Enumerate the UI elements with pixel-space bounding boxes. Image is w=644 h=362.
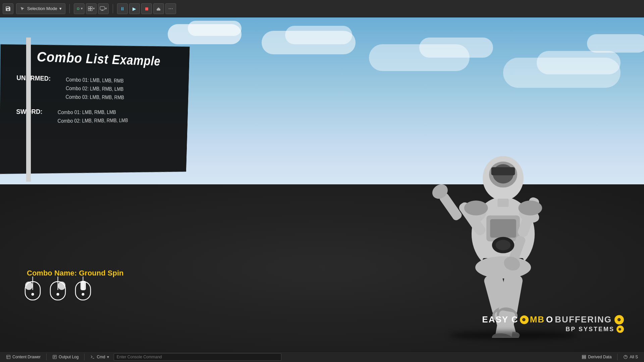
billboard-bar [26, 38, 31, 182]
svg-point-50 [82, 293, 85, 296]
unarmed-section: UNARMED: Combo 01: LMB, LMB, RMB Combo 0… [16, 74, 176, 102]
svg-rect-8 [490, 219, 516, 238]
derived-data-button[interactable]: Derived Data [578, 354, 615, 360]
mouse-icons-group [23, 275, 92, 301]
derived-data-icon [582, 355, 586, 359]
svg-rect-0 [77, 8, 79, 9]
svg-point-35 [496, 240, 511, 250]
robot-svg [423, 130, 584, 338]
unarmed-combo-1: Combo 01: LMB, LMB, RMB [66, 75, 124, 85]
derived-data-label: Derived Data [588, 355, 611, 359]
pause-button[interactable]: ⏸ [117, 3, 128, 14]
brand-easy-text: EASY C [482, 314, 518, 325]
bottom-sep-3 [617, 354, 618, 360]
brand-buffering-text: BUFFERING [555, 314, 612, 325]
svg-rect-5 [100, 6, 104, 10]
cloud-8 [537, 51, 621, 74]
svg-rect-2 [90, 7, 92, 8]
layout-button[interactable]: ▾ [86, 3, 97, 14]
sword-combo-1: Combo 01: LMB, RMB, LMB [58, 108, 128, 117]
brand-circle-icon-3: ⊕ [616, 325, 624, 333]
console-input[interactable] [114, 353, 281, 361]
bottom-bar: Content Drawer Output Log Cmd ▾ Derived … [0, 351, 644, 362]
content-drawer-button[interactable]: Content Drawer [3, 354, 44, 360]
cloud-9 [587, 34, 644, 53]
svg-point-33 [518, 200, 542, 215]
brand-circle-icon-2: ⊕ [614, 315, 624, 324]
step-button[interactable]: ▶ [129, 3, 140, 14]
save-button[interactable] [3, 3, 13, 14]
separator-2 [113, 4, 113, 13]
mmb-icon [74, 275, 92, 301]
sword-combos: Combo 01: LMB, RMB, LMB Combo 02: LMB, R… [57, 108, 128, 125]
unarmed-label: UNARMED: [16, 74, 51, 99]
svg-rect-43 [58, 282, 65, 290]
toolbar: Selection Mode ▾ ▾ ▾ ▾ [0, 0, 644, 17]
stop-button[interactable]: ⏹ [141, 3, 152, 14]
transform-group: ▾ ▾ ▾ [74, 3, 109, 14]
bottom-sep-1 [46, 354, 47, 360]
unarmed-combo-2: Combo 02: LMB, RMB, LMB [66, 84, 124, 94]
output-log-button[interactable]: Output Log [49, 354, 82, 360]
brand-circle-icon-1: ⊕ [520, 315, 529, 324]
selection-mode-button[interactable]: Selection Mode ▾ [16, 3, 65, 14]
svg-point-10 [475, 256, 531, 278]
svg-point-40 [32, 293, 34, 296]
svg-point-32 [464, 200, 488, 215]
all-s-button[interactable]: All S [620, 354, 641, 360]
more-options-button[interactable]: ⋯ [165, 3, 176, 14]
svg-rect-51 [7, 355, 10, 359]
chevron-down-icon: ▾ [59, 6, 62, 11]
content-drawer-icon [6, 355, 11, 359]
svg-rect-38 [25, 282, 33, 290]
output-log-label: Output Log [59, 355, 78, 359]
sword-combo-2: Combo 02: LMB, RMB, RMB, LMB [57, 116, 128, 125]
separator-1 [69, 4, 70, 13]
viewport-options-button[interactable]: ▾ [98, 3, 109, 14]
bottom-right-area: Derived Data All S [578, 354, 641, 360]
bottom-sep-2 [84, 354, 85, 360]
brand-o-text: O [546, 314, 553, 325]
eject-button[interactable]: ⏏ [153, 3, 164, 14]
cmd-label: Cmd [97, 355, 105, 359]
rmb-icon [49, 275, 67, 301]
svg-rect-3 [88, 9, 90, 10]
selection-mode-label: Selection Mode [27, 6, 57, 11]
robot-character [423, 130, 584, 338]
content-drawer-label: Content Drawer [12, 355, 41, 359]
svg-point-45 [57, 293, 59, 296]
svg-point-55 [626, 358, 626, 358]
cloud-6 [419, 38, 493, 58]
cloud-4 [285, 26, 352, 44]
svg-rect-15 [497, 199, 508, 207]
cmd-icon [90, 355, 95, 359]
viewport: Combo List Example UNARMED: Combo 01: LM… [0, 17, 644, 351]
unarmed-combos: Combo 01: LMB, LMB, RMB Combo 02: LMB, R… [65, 75, 124, 102]
lmb-icon [23, 275, 42, 301]
cmd-button[interactable]: Cmd ▾ [87, 354, 112, 360]
output-log-icon [52, 355, 57, 359]
brand-bpsystems-text: BP SYSTEMS [566, 326, 614, 333]
cmd-chevron-icon: ▾ [107, 355, 109, 359]
branding-area: EASY C ⊕ MB O BUFFERING ⊕ BP SYSTEMS ⊕ [482, 314, 624, 333]
cloud-2 [188, 21, 241, 36]
svg-rect-4 [90, 9, 92, 10]
svg-rect-1 [88, 7, 90, 8]
svg-rect-48 [80, 281, 86, 290]
all-s-label: All S [630, 355, 638, 359]
brand-combo-text: MB [530, 314, 545, 325]
brand-line1: EASY C ⊕ MB O BUFFERING ⊕ [482, 314, 624, 325]
brand-line2: BP SYSTEMS ⊕ [482, 325, 624, 333]
all-s-icon [623, 355, 628, 359]
billboard-title: Combo List Example [17, 48, 177, 69]
add-actor-button[interactable]: ▾ [74, 3, 85, 14]
playback-group: ⏸ ▶ ⏹ ⏏ ⋯ [117, 3, 176, 14]
sword-section: SWORD: Combo 01: LMB, RMB, LMB Combo 02:… [16, 108, 175, 126]
svg-rect-14 [491, 167, 515, 175]
unarmed-combo-3: Combo 03: LMB, RMB, RMB [65, 93, 124, 102]
